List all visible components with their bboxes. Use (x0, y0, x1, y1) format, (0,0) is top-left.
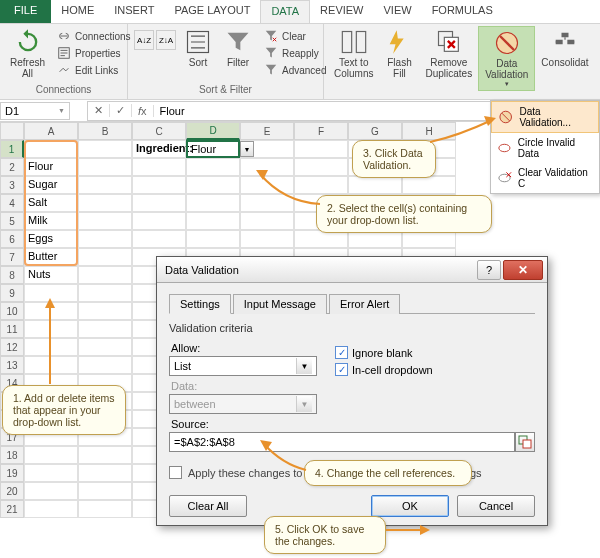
tab-file[interactable]: FILE (0, 0, 51, 23)
dropdown-handle[interactable]: ▼ (240, 141, 254, 157)
row-8[interactable]: 8 (0, 266, 24, 284)
cell[interactable] (186, 230, 240, 248)
cell[interactable] (78, 284, 132, 302)
cancel-formula-button[interactable]: ✕ (88, 104, 110, 117)
col-B[interactable]: B (78, 122, 132, 140)
row-1[interactable]: 1 (0, 140, 24, 158)
remove-duplicates-button[interactable]: Remove Duplicates (419, 26, 478, 81)
cell[interactable]: Eggs (24, 230, 78, 248)
col-H[interactable]: H (402, 122, 456, 140)
cell[interactable] (24, 500, 78, 518)
sort-za-button[interactable]: Z↓A (156, 30, 176, 50)
tab-home[interactable]: HOME (51, 0, 104, 23)
col-A[interactable]: A (24, 122, 78, 140)
cell[interactable] (24, 482, 78, 500)
cell[interactable]: Butter (24, 248, 78, 266)
cell[interactable] (24, 356, 78, 374)
cancel-button[interactable]: Cancel (457, 495, 535, 517)
cell[interactable] (24, 140, 78, 158)
data-validation-button[interactable]: Data Validation ▾ (478, 26, 535, 91)
cell[interactable] (240, 158, 294, 176)
properties-button[interactable]: Properties (53, 45, 135, 61)
cell[interactable] (24, 284, 78, 302)
cell[interactable] (294, 140, 348, 158)
dialog-tab-error-alert[interactable]: Error Alert (329, 294, 401, 314)
col-G[interactable]: G (348, 122, 402, 140)
tab-pagelayout[interactable]: PAGE LAYOUT (164, 0, 260, 23)
cell[interactable] (294, 176, 348, 194)
dialog-close-button[interactable]: ✕ (503, 260, 543, 280)
row-19[interactable]: 19 (0, 464, 24, 482)
cell[interactable] (132, 194, 186, 212)
cell[interactable] (78, 140, 132, 158)
cell[interactable]: Flour (24, 158, 78, 176)
filter-button[interactable]: Filter (218, 26, 258, 70)
refresh-all-button[interactable]: Refresh All (4, 26, 51, 81)
tab-view[interactable]: VIEW (374, 0, 422, 23)
cell[interactable] (24, 464, 78, 482)
cell[interactable]: Salt (24, 194, 78, 212)
cell[interactable] (78, 338, 132, 356)
col-E[interactable]: E (240, 122, 294, 140)
cell[interactable] (78, 176, 132, 194)
row-6[interactable]: 6 (0, 230, 24, 248)
cell[interactable] (240, 176, 294, 194)
cell[interactable] (186, 212, 240, 230)
dialog-help-button[interactable]: ? (477, 260, 501, 280)
sort-button[interactable]: Sort (178, 26, 218, 70)
cell[interactable] (186, 158, 240, 176)
row-2[interactable]: 2 (0, 158, 24, 176)
advanced-filter-button[interactable]: Advanced (260, 62, 330, 78)
cell[interactable] (24, 446, 78, 464)
col-D[interactable]: D (186, 122, 240, 140)
connections-button[interactable]: Connections (53, 28, 135, 44)
row-18[interactable]: 18 (0, 446, 24, 464)
ok-button[interactable]: OK (371, 495, 449, 517)
cell[interactable] (294, 158, 348, 176)
cell[interactable] (132, 176, 186, 194)
row-12[interactable]: 12 (0, 338, 24, 356)
flash-fill-button[interactable]: Flash Fill (379, 26, 419, 81)
cell[interactable] (78, 464, 132, 482)
range-picker-button[interactable] (515, 432, 535, 452)
cell[interactable]: Nuts (24, 266, 78, 284)
row-7[interactable]: 7 (0, 248, 24, 266)
cell[interactable] (78, 302, 132, 320)
dialog-tab-input-message[interactable]: Input Message (233, 294, 327, 314)
source-input[interactable] (169, 432, 515, 452)
row-21[interactable]: 21 (0, 500, 24, 518)
cell[interactable] (240, 194, 294, 212)
tab-formulas[interactable]: FORMULAS (422, 0, 503, 23)
incell-dropdown-checkbox[interactable]: ✓In-cell dropdown (335, 363, 433, 376)
cell[interactable]: Milk (24, 212, 78, 230)
cell[interactable] (24, 338, 78, 356)
cell[interactable] (78, 194, 132, 212)
cell[interactable] (240, 212, 294, 230)
row-20[interactable]: 20 (0, 482, 24, 500)
cell[interactable]: Sugar (24, 176, 78, 194)
consolidate-button[interactable]: Consolidat (535, 26, 594, 70)
cell[interactable] (78, 356, 132, 374)
row-3[interactable]: 3 (0, 176, 24, 194)
sort-az-button[interactable]: A↓Z (134, 30, 154, 50)
cell[interactable] (186, 176, 240, 194)
cell[interactable] (348, 176, 402, 194)
cell[interactable]: Flour (186, 140, 240, 158)
dialog-titlebar[interactable]: Data Validation ? ✕ (157, 257, 547, 283)
menu-circle-invalid[interactable]: Circle Invalid Data (491, 133, 599, 163)
ignore-blank-checkbox[interactable]: ✓Ignore blank (335, 346, 433, 359)
row-10[interactable]: 10 (0, 302, 24, 320)
dialog-tab-settings[interactable]: Settings (169, 294, 231, 314)
edit-links-button[interactable]: Edit Links (53, 62, 135, 78)
cell[interactable] (78, 446, 132, 464)
cell[interactable] (78, 212, 132, 230)
row-9[interactable]: 9 (0, 284, 24, 302)
cell[interactable] (240, 230, 294, 248)
cell[interactable] (78, 266, 132, 284)
cell[interactable] (78, 230, 132, 248)
row-4[interactable]: 4 (0, 194, 24, 212)
tab-insert[interactable]: INSERT (104, 0, 164, 23)
cell[interactable] (78, 158, 132, 176)
fx-button[interactable]: fx (132, 105, 154, 117)
cell[interactable] (78, 320, 132, 338)
